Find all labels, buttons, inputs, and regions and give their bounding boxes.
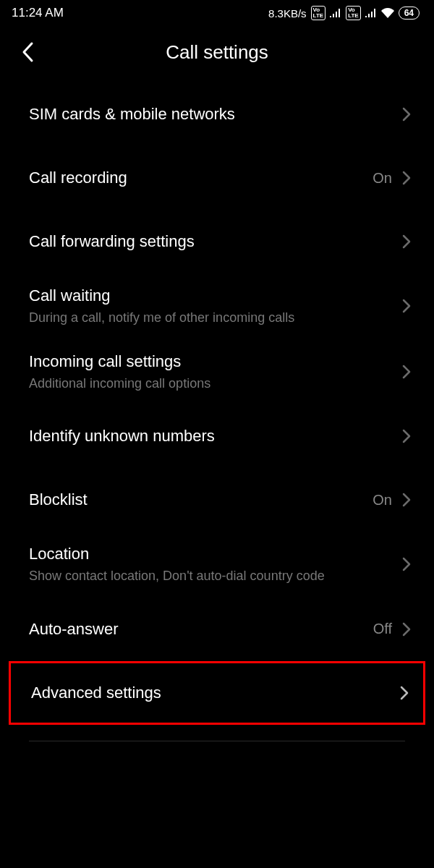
back-button[interactable]: [14, 39, 41, 65]
status-net-speed: 8.3KB/s: [268, 7, 307, 20]
item-label: Call waiting: [29, 286, 402, 305]
status-bar: 11:24 AM 8.3KB/s VoLTE VoLTE 64: [0, 0, 434, 26]
divider: [29, 741, 405, 741]
call-forwarding-item[interactable]: Call forwarding settings: [0, 210, 434, 273]
volte-icon: VoLTE: [346, 6, 361, 20]
chevron-right-icon: [402, 299, 411, 313]
status-right: 8.3KB/s VoLTE VoLTE 64: [268, 6, 420, 20]
item-sublabel: Additional incoming call options: [29, 375, 402, 392]
item-label: Location: [29, 545, 402, 563]
chevron-right-icon: [400, 686, 409, 700]
location-item[interactable]: Location Show contact location, Don't au…: [0, 532, 434, 597]
chevron-right-icon: [402, 493, 411, 507]
status-time: 11:24 AM: [12, 6, 64, 20]
item-label: Auto-answer: [29, 620, 373, 639]
item-value: Off: [373, 621, 392, 637]
item-value: On: [373, 492, 392, 509]
auto-answer-item[interactable]: Auto-answer Off: [0, 597, 434, 661]
item-sublabel: During a call, notify me of other incomi…: [29, 310, 402, 326]
item-label: SIM cards & mobile networks: [29, 105, 402, 124]
item-value: On: [373, 170, 392, 187]
item-label: Blocklist: [29, 490, 373, 509]
page-title: Call settings: [166, 41, 268, 64]
identify-unknown-numbers-item[interactable]: Identify unknown numbers: [0, 404, 434, 468]
item-sublabel: Show contact location, Don't auto-dial c…: [29, 568, 402, 584]
call-recording-item[interactable]: Call recording On: [0, 146, 434, 210]
chevron-right-icon: [402, 622, 411, 637]
wifi-icon: [381, 8, 394, 18]
chevron-right-icon: [402, 557, 411, 571]
page-header: Call settings: [0, 26, 434, 82]
settings-list: SIM cards & mobile networks Call recordi…: [0, 82, 434, 741]
item-label: Incoming call settings: [29, 352, 402, 371]
chevron-right-icon: [402, 365, 411, 379]
item-label: Call recording: [29, 169, 373, 187]
item-label: Advanced settings: [31, 684, 400, 702]
chevron-left-icon: [21, 41, 34, 63]
chevron-right-icon: [402, 107, 411, 122]
signal-icon: [365, 9, 377, 17]
item-label: Identify unknown numbers: [29, 427, 402, 446]
advanced-settings-item[interactable]: Advanced settings: [9, 661, 425, 725]
sim-cards-item[interactable]: SIM cards & mobile networks: [0, 82, 434, 146]
volte-icon: VoLTE: [311, 6, 326, 20]
incoming-call-settings-item[interactable]: Incoming call settings Additional incomi…: [0, 339, 434, 405]
signal-icon: [330, 9, 341, 17]
blocklist-item[interactable]: Blocklist On: [0, 468, 434, 532]
battery-icon: 64: [399, 7, 420, 20]
chevron-right-icon: [402, 171, 411, 185]
chevron-right-icon: [402, 234, 411, 249]
call-waiting-item[interactable]: Call waiting During a call, notify me of…: [0, 273, 434, 339]
chevron-right-icon: [402, 429, 411, 443]
item-label: Call forwarding settings: [29, 232, 402, 251]
